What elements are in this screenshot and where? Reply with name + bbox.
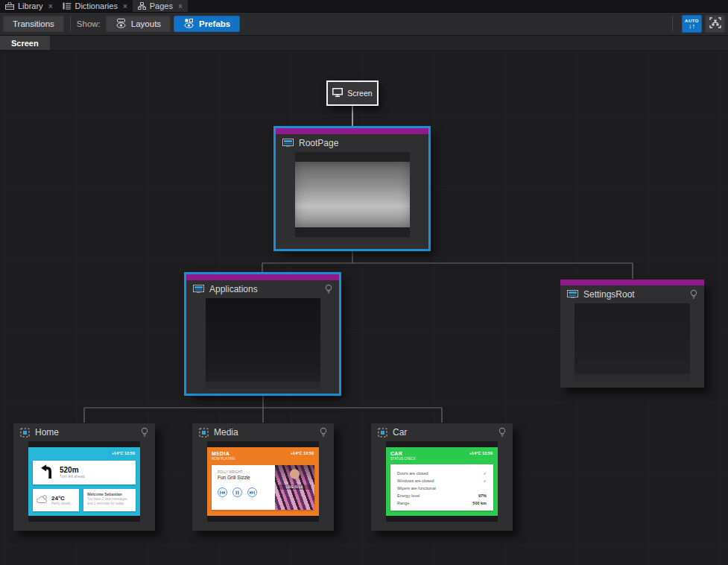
document-tabbar: Library × Dictionaries × Pages × — [0, 0, 728, 13]
tab-label: Pages — [150, 1, 173, 10]
node-rootpage[interactable]: RootPage — [276, 128, 428, 249]
prefabs-eye-icon — [183, 19, 194, 30]
tab-label: Dictionaries — [75, 1, 117, 10]
car-status-row: Range500 km — [397, 499, 487, 507]
toolbox-icon — [5, 2, 14, 10]
nav-distance: 520m — [60, 467, 84, 474]
layouts-eye-icon — [115, 19, 127, 30]
node-label: Screen — [347, 89, 372, 98]
weather-subtext: Partly cloudy — [51, 502, 71, 506]
tree-icon — [138, 2, 146, 10]
tab-pages[interactable]: Pages × — [133, 0, 188, 12]
page-type-strip — [186, 274, 339, 280]
media-preview: +14°C 13:50 MEDIA NOW PLAYING POLLY WRIG… — [207, 447, 319, 516]
toolbar-separator — [70, 16, 71, 31]
prefab-icon — [20, 428, 30, 438]
node-car[interactable]: Car +14°C 13:50 CAR STATUS CHECK Doors a… — [371, 423, 513, 531]
auto-arrows-icon: ↓↑ — [689, 23, 695, 30]
applications-preview — [206, 298, 320, 389]
fit-to-view-button[interactable] — [705, 15, 725, 33]
cloud-sun-icon — [37, 493, 48, 507]
toolbar-separator — [672, 16, 673, 31]
info-card: Welcome Sebastian You have 2 new message… — [83, 489, 136, 511]
car-status-row: Windows are closed✓ — [397, 477, 487, 484]
auto-arrange-button[interactable]: AUTO ↓↑ — [682, 15, 702, 33]
weather-temp: 24°C — [51, 495, 71, 502]
info-body: You have 2 new messages and 1 reminder f… — [87, 497, 132, 505]
page-type-strip — [560, 280, 704, 285]
button-label: Prefabs — [199, 19, 230, 28]
page-type-strip — [276, 128, 428, 134]
car-preview: +14°C 13:50 CAR STATUS CHECK Doors are c… — [386, 447, 498, 516]
home-preview: +14°C 13:50 520m Turn left ahead 24°C Pa… — [28, 447, 140, 516]
nav-subtext: Turn left ahead — [60, 474, 84, 479]
breadcrumb-screen-tab[interactable]: Screen — [0, 36, 50, 50]
pages-toolbar: Transitions Show: Layouts Prefabs AUTO ↓… — [0, 13, 728, 36]
fit-view-icon — [709, 17, 721, 31]
weather-card: 24°C Partly cloudy — [33, 489, 79, 511]
page-icon — [282, 139, 294, 148]
lightbulb-icon[interactable] — [498, 427, 506, 438]
close-icon[interactable]: × — [48, 2, 53, 10]
lightbulb-icon[interactable] — [141, 427, 148, 438]
layouts-toggle-button[interactable]: Layouts — [106, 16, 171, 32]
tab-library[interactable]: Library × — [0, 0, 57, 12]
statusbar-text: +14°C 13:50 — [112, 451, 135, 455]
now-playing-card: POLLY WRIGHT Fun Grill Sizzle LIVE IN LA — [212, 465, 314, 510]
car-status-row: Wipers are functional — [397, 484, 487, 492]
node-label: RootPage — [299, 138, 338, 148]
node-media[interactable]: Media +14°C 13:50 MEDIA NOW PLAYING POLL… — [192, 423, 334, 531]
node-home[interactable]: Home +14°C 13:50 520m Turn left ahead 24… — [13, 423, 155, 531]
car-subtitle: STATUS CHECK — [390, 457, 493, 461]
lightbulb-icon[interactable] — [325, 284, 332, 294]
photo-caption: LIVE IN LA — [278, 484, 311, 490]
media-subtitle: NOW PLAYING — [212, 457, 314, 461]
breadcrumb: Screen — [0, 36, 728, 51]
track-title: Fun Grill Sizzle — [218, 475, 275, 481]
next-track-icon — [247, 487, 257, 497]
button-label: Layouts — [131, 19, 161, 28]
node-label: SettingsRoot — [583, 289, 635, 300]
info-title: Welcome Sebastian — [87, 492, 132, 497]
lightbulb-icon[interactable] — [320, 427, 327, 438]
settingsroot-preview — [575, 303, 690, 382]
statusbar-text: +14°C 13:50 — [469, 451, 493, 455]
node-settingsroot[interactable]: SettingsRoot — [560, 280, 704, 388]
close-icon[interactable]: × — [178, 2, 183, 10]
pause-icon — [232, 487, 242, 497]
close-icon[interactable]: × — [123, 2, 127, 10]
page-icon — [193, 285, 204, 294]
prefab-icon — [199, 428, 209, 438]
transitions-button[interactable]: Transitions — [3, 16, 64, 32]
prefab-icon — [378, 428, 387, 438]
node-label: Car — [393, 427, 407, 438]
monitor-icon — [332, 88, 343, 98]
page-graph-canvas[interactable]: Screen RootPage Applications SettingsRoo… — [0, 51, 728, 565]
node-label: Media — [214, 427, 238, 438]
album-photo: LIVE IN LA — [275, 465, 314, 510]
node-label: Home — [35, 427, 59, 438]
car-status-row: Doors are closed✓ — [397, 470, 487, 477]
previous-track-icon — [218, 487, 227, 497]
dictionary-icon — [63, 2, 71, 10]
car-status-card: Doors are closed✓ Windows are closed✓ Wi… — [390, 464, 493, 511]
statusbar-text: +14°C 13:50 — [291, 451, 314, 455]
node-screen[interactable]: Screen — [326, 81, 379, 106]
tab-label: Library — [18, 1, 43, 10]
prefabs-toggle-button[interactable]: Prefabs — [174, 16, 240, 32]
node-applications[interactable]: Applications — [186, 274, 339, 394]
page-icon — [567, 290, 578, 299]
rootpage-preview — [295, 152, 410, 237]
turn-left-arrow-icon — [39, 463, 54, 482]
node-label: Applications — [209, 284, 258, 294]
lightbulb-icon[interactable] — [690, 289, 697, 300]
show-label: Show: — [77, 19, 101, 28]
tab-dictionaries[interactable]: Dictionaries × — [57, 0, 132, 12]
navigation-card: 520m Turn left ahead — [33, 461, 136, 484]
car-status-row: Energy level97% — [397, 492, 487, 499]
